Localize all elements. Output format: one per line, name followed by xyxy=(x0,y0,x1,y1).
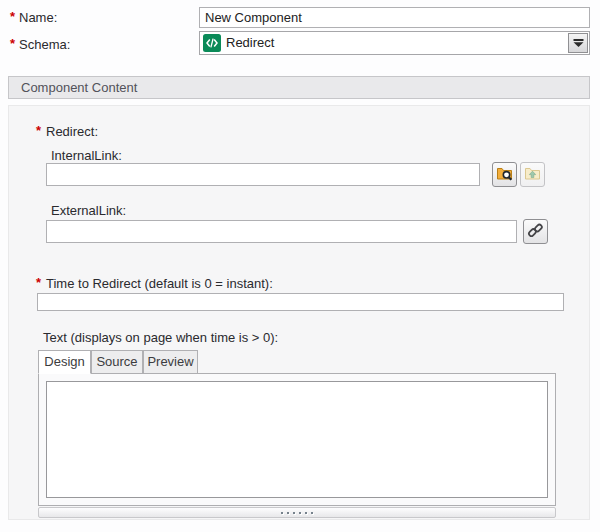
schema-dropdown[interactable]: Redirect xyxy=(199,31,590,55)
schema-required-marker: * xyxy=(10,36,15,51)
redirect-required-marker: * xyxy=(36,123,41,138)
folder-search-icon xyxy=(496,165,513,185)
external-hyperlink-button[interactable] xyxy=(523,219,548,244)
redirect-group-label: Redirect: xyxy=(46,124,98,139)
tab-preview[interactable]: Preview xyxy=(143,350,198,374)
tab-design[interactable]: Design xyxy=(38,350,91,374)
schema-selected-value: Redirect xyxy=(226,32,274,54)
component-edit-form: * Name: * Schema: Redirect Component Con… xyxy=(0,0,600,532)
name-required-marker: * xyxy=(10,9,15,24)
schema-label: Schema: xyxy=(19,37,70,52)
folder-upload-icon xyxy=(524,165,541,185)
text-field-label: Text (displays on page when time is > 0)… xyxy=(43,330,278,345)
internal-link-label: InternalLink: xyxy=(51,148,122,163)
chain-link-icon xyxy=(527,222,544,242)
browse-internal-link-button[interactable] xyxy=(492,162,517,187)
editor-resize-handle[interactable] xyxy=(38,507,556,518)
chevron-down-icon xyxy=(573,36,584,51)
design-editor-area[interactable] xyxy=(46,381,548,498)
time-to-redirect-label: Time to Redirect (default is 0 = instant… xyxy=(46,276,273,291)
external-link-input[interactable] xyxy=(46,220,517,243)
section-header-component-content: Component Content xyxy=(8,76,590,99)
name-label: Name: xyxy=(19,10,57,25)
tab-source[interactable]: Source xyxy=(91,350,143,374)
open-internal-link-button[interactable] xyxy=(520,162,545,187)
internal-link-input[interactable] xyxy=(46,163,480,186)
time-required-marker: * xyxy=(36,275,41,290)
schema-dropdown-button[interactable] xyxy=(568,33,588,53)
external-link-label: ExternalLink: xyxy=(51,203,126,218)
name-input[interactable] xyxy=(199,7,590,28)
resize-grip-icon xyxy=(281,512,313,514)
component-content-section: * Redirect: InternalLink: Extern xyxy=(8,105,590,520)
schema-icon xyxy=(203,34,221,52)
time-to-redirect-input[interactable] xyxy=(37,293,564,311)
editor-panel xyxy=(38,373,556,506)
